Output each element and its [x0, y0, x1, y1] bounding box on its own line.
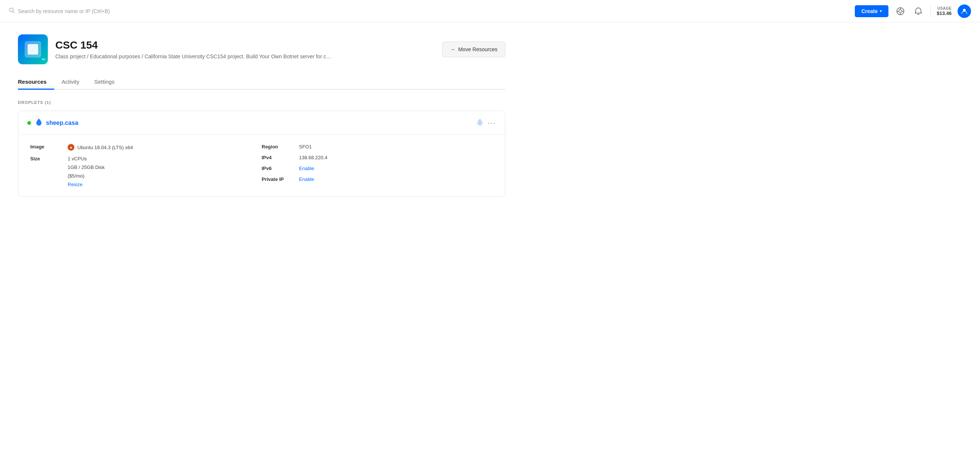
usage-block: USAGE $13.46: [937, 6, 951, 16]
notification-icon[interactable]: [912, 5, 924, 17]
size-vcpu: 1 vCPUs: [68, 156, 87, 161]
ubuntu-icon: ●: [68, 144, 75, 151]
search-placeholder-text: Search by resource name or IP (Ctrl+B): [18, 8, 110, 14]
tab-settings[interactable]: Settings: [87, 75, 122, 90]
move-resources-label: Move Resources: [458, 46, 498, 53]
arrow-right-icon: →: [450, 46, 455, 53]
svg-line-1: [13, 11, 14, 13]
droplet-name[interactable]: sheep.casa: [46, 119, 477, 126]
resize-link[interactable]: Resize: [68, 182, 83, 187]
droplets-section-label: DROPLETS (1): [18, 100, 505, 105]
private-ip-enable-link[interactable]: Enable: [299, 177, 314, 182]
create-label: Create: [862, 8, 878, 14]
droplet-details: Image ● Ubuntu 18.04.3 (LTS) x64 Size 1 …: [18, 135, 505, 196]
project-name: CSC 154: [55, 39, 433, 51]
detail-row-ipv6: IPv6 Enable: [262, 166, 493, 171]
image-os-text: Ubuntu 18.04.3 (LTS) x64: [77, 145, 133, 150]
nav-right: Create ▾ USAGE $13.46: [855, 5, 971, 18]
ipv4-value: 138.68.220.4: [299, 155, 328, 160]
search-area[interactable]: Search by resource name or IP (Ctrl+B): [9, 8, 855, 15]
tab-activity[interactable]: Activity: [54, 75, 87, 90]
project-icon-square: [28, 44, 38, 54]
search-icon: [9, 8, 15, 15]
droplet-water-icon: [35, 118, 42, 128]
detail-row-ipv4: IPv4 138.68.220.4: [262, 155, 493, 160]
image-value: ● Ubuntu 18.04.3 (LTS) x64: [68, 144, 133, 151]
size-value: 1 vCPUs 1GB / 25GB Disk ($5/mo) Resize: [68, 156, 105, 187]
ipv6-enable-link[interactable]: Enable: [299, 166, 314, 171]
size-label: Size: [30, 156, 68, 161]
droplet-action-icon[interactable]: [477, 118, 483, 127]
project-description: Class project / Educational purposes / C…: [55, 53, 433, 59]
project-header: ✏ CSC 154 Class project / Educational pu…: [18, 34, 505, 64]
detail-row-region: Region SFO1: [262, 144, 493, 150]
detail-row-image: Image ● Ubuntu 18.04.3 (LTS) x64: [30, 144, 262, 151]
detail-col-right: Region SFO1 IPv4 138.68.220.4 IPv6 Enabl…: [262, 144, 493, 187]
help-icon[interactable]: [894, 5, 906, 17]
droplet-card: sheep.casa ··· Image ● Ubuntu 18.04.3 (L…: [18, 111, 505, 197]
project-info: CSC 154 Class project / Educational purp…: [55, 39, 433, 59]
project-icon: ✏: [18, 34, 48, 64]
move-resources-button[interactable]: → Move Resources: [442, 41, 505, 57]
tab-resources[interactable]: Resources: [18, 75, 54, 90]
region-label: Region: [262, 144, 299, 150]
edit-pencil-icon: ✏: [42, 57, 46, 62]
region-value: SFO1: [299, 144, 312, 150]
ipv6-label: IPv6: [262, 166, 299, 171]
size-disk: 1GB / 25GB Disk: [68, 164, 105, 170]
usage-label: USAGE: [937, 6, 951, 11]
droplet-actions: ···: [477, 118, 496, 127]
topnav: Search by resource name or IP (Ctrl+B) C…: [0, 0, 980, 22]
chevron-down-icon: ▾: [880, 9, 882, 13]
more-options-button[interactable]: ···: [487, 118, 496, 127]
nav-divider: [930, 6, 931, 16]
status-dot-active: [27, 121, 31, 125]
size-price: ($5/mo): [68, 173, 84, 179]
usage-amount: $13.46: [937, 11, 951, 16]
project-icon-inner: [25, 41, 41, 57]
ipv4-label: IPv4: [262, 155, 299, 160]
image-label: Image: [30, 144, 68, 150]
create-button[interactable]: Create ▾: [855, 5, 889, 17]
svg-point-3: [899, 10, 902, 13]
detail-row-size: Size 1 vCPUs 1GB / 25GB Disk ($5/mo) Res…: [30, 156, 262, 187]
user-avatar[interactable]: [958, 5, 971, 18]
droplet-header: sheep.casa ···: [18, 111, 505, 135]
tabs: Resources Activity Settings: [18, 75, 505, 90]
private-ip-label: Private IP: [262, 177, 299, 182]
main-content: ✏ CSC 154 Class project / Educational pu…: [0, 22, 523, 209]
detail-col-left: Image ● Ubuntu 18.04.3 (LTS) x64 Size 1 …: [30, 144, 262, 187]
detail-row-private-ip: Private IP Enable: [262, 177, 493, 182]
